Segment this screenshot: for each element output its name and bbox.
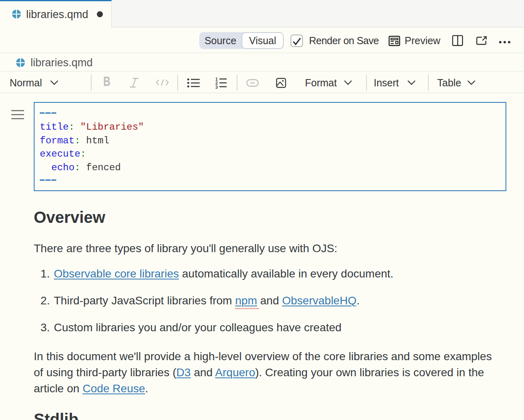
svg-text:3: 3 bbox=[215, 85, 218, 89]
